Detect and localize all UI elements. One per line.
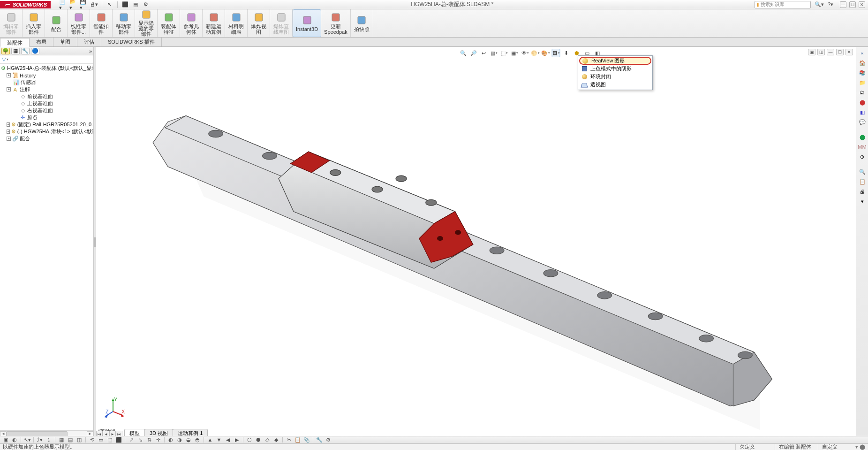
ribbon-icon (186, 12, 197, 23)
qat-separator (102, 1, 102, 8)
ribbon-编辑零部件: 编辑零 部件 (0, 9, 23, 37)
ribbon-tab-草图[interactable]: 草图 (53, 38, 77, 46)
ribbon-label: 拍快照 (354, 27, 370, 32)
ribbon-toolbar: 编辑零 部件插入零 部件配合线性零 部件...智能扣 件移动零 部件显示隐 藏的… (0, 9, 868, 38)
ribbon-label: 线性零 部件... (71, 24, 86, 35)
ribbon-label: 参考几 何体 (183, 24, 199, 35)
ribbon-拍快照[interactable]: 拍快照 (351, 9, 373, 37)
ribbon-label: 编辑零 部件 (3, 24, 19, 35)
options-button[interactable]: ▤ (131, 1, 140, 8)
svg-rect-14 (332, 14, 340, 21)
ribbon-配合[interactable]: 配合 (45, 9, 68, 37)
document-title: HGW25HA-总-装配体.SLDASM * (150, 0, 755, 8)
svg-rect-8 (188, 14, 195, 21)
ribbon-tab-布局[interactable]: 布局 (30, 38, 53, 46)
ribbon-icon (73, 12, 84, 23)
ribbon-tab-SOLIDWORKS 插件[interactable]: SOLIDWORKS 插件 (101, 38, 162, 46)
ribbon-爆炸视图[interactable]: 爆炸视 图 (248, 9, 270, 37)
ribbon-移动零部件[interactable]: 移动零 部件 (113, 9, 135, 37)
ribbon-材料明细表[interactable]: 材料明 细表 (225, 9, 248, 37)
ribbon-更新Speedpak[interactable]: 更新 Speedpak (321, 9, 351, 37)
ribbon-icon (231, 12, 242, 23)
ribbon-icon (118, 12, 129, 23)
svg-rect-11 (255, 14, 263, 21)
ribbon-icon (28, 12, 39, 23)
ribbon-label: 新建运 动算例 (206, 24, 221, 35)
svg-rect-4 (98, 14, 105, 21)
ribbon-label: 配合 (51, 27, 61, 32)
settings-button[interactable]: ⚙ (142, 1, 150, 8)
ribbon-tab-评估[interactable]: 评估 (77, 38, 101, 46)
quick-access-toolbar: 📄▾ 📂▾ 💾▾ 🖨▾ ↖ ⬛ ▤ ⚙ (59, 1, 150, 8)
search-icon[interactable]: 🔍▾ (815, 1, 824, 8)
ribbon-智能扣件[interactable]: 智能扣 件 (90, 9, 113, 37)
ribbon-icon (141, 9, 152, 20)
print-button[interactable]: 🖨▾ (90, 1, 98, 8)
cursor-button[interactable]: ↖ (106, 1, 114, 8)
help-icon[interactable]: ?▾ (828, 1, 833, 8)
ribbon-Instant3D[interactable]: Instant3D (293, 9, 321, 37)
rebuild-button[interactable]: ⬛ (121, 1, 129, 8)
svg-rect-2 (53, 16, 60, 24)
ribbon-icon (96, 12, 107, 23)
ribbon-icon (356, 15, 367, 26)
open-file-button[interactable]: 📂▾ (69, 1, 78, 8)
ribbon-label: 爆炸视 图 (251, 24, 266, 35)
close-button[interactable]: ✕ (859, 1, 865, 8)
ribbon-icon (163, 12, 174, 23)
ribbon-icon (51, 15, 62, 26)
ribbon-label: 显示隐 藏的零 部件 (138, 21, 154, 37)
ribbon-icon (276, 12, 287, 23)
ribbon-label: 智能扣 件 (93, 24, 109, 35)
svg-rect-6 (143, 11, 150, 18)
new-file-button[interactable]: 📄▾ (59, 1, 68, 8)
ribbon-线性零部件...[interactable]: 线性零 部件... (68, 9, 90, 37)
svg-rect-7 (165, 14, 173, 21)
ribbon-label: 爆炸直 线草图 (273, 24, 289, 35)
svg-rect-10 (233, 14, 240, 21)
ribbon-icon (6, 12, 17, 23)
svg-rect-5 (120, 14, 128, 21)
svg-rect-13 (303, 16, 311, 24)
ribbon-参考几何体[interactable]: 参考几 何体 (180, 9, 203, 37)
search-knowledge-input[interactable]: ▮ 搜索知识库 (755, 1, 811, 8)
ribbon-label: 插入零 部件 (26, 24, 41, 35)
ribbon-label: 移动零 部件 (116, 24, 131, 35)
svg-rect-12 (278, 14, 285, 21)
ribbon-icon (208, 12, 219, 23)
ribbon-tabs: 装配体布局草图评估SOLIDWORKS 插件 (0, 38, 868, 47)
title-right: ▮ 搜索知识库 🔍▾ ?▾ — ☐ ✕ (755, 1, 865, 8)
ribbon-icon (302, 15, 313, 26)
ribbon-label: 材料明 细表 (228, 24, 244, 35)
window-controls: — ☐ ✕ (840, 1, 865, 8)
ribbon-新建运动算例[interactable]: 新建运 动算例 (203, 9, 225, 37)
title-bar: SOLIDWORKS 📄▾ 📂▾ 💾▾ 🖨▾ ↖ ⬛ ▤ ⚙ HGW25HA-总… (0, 0, 868, 9)
ribbon-tab-装配体[interactable]: 装配体 (0, 38, 30, 47)
ribbon-插入零部件[interactable]: 插入零 部件 (23, 9, 45, 37)
svg-rect-0 (8, 14, 15, 21)
minimize-button[interactable]: — (840, 1, 846, 8)
ribbon-装配体特征[interactable]: 装配体 特征 (158, 9, 180, 37)
svg-rect-15 (358, 16, 365, 24)
ribbon-label: Instant3D (296, 27, 318, 32)
app-logo: SOLIDWORKS (0, 1, 51, 8)
app-name: SOLIDWORKS (13, 2, 47, 8)
ribbon-爆炸直线草图: 爆炸直 线草图 (270, 9, 293, 37)
search-placeholder: 搜索知识库 (761, 1, 784, 8)
qat-separator (117, 1, 118, 8)
save-button[interactable]: 💾▾ (80, 1, 88, 8)
svg-rect-3 (75, 14, 83, 21)
ribbon-显示隐藏的零部件[interactable]: 显示隐 藏的零 部件 (135, 9, 158, 37)
maximize-button[interactable]: ☐ (849, 1, 856, 8)
ribbon-icon (253, 12, 264, 23)
svg-rect-9 (210, 14, 218, 21)
svg-rect-1 (30, 14, 38, 21)
ribbon-icon (330, 12, 341, 23)
ribbon-label: 装配体 特征 (161, 24, 176, 35)
ribbon-label: 更新 Speedpak (324, 24, 347, 35)
